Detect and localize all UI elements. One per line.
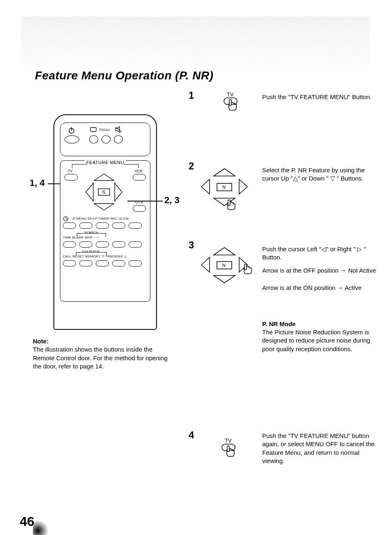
step4-icon: TV (219, 438, 238, 462)
note-text: The illustration shows the buttons insid… (33, 346, 168, 370)
step1-text: Push the "TV FEATURE MENU" Button. (262, 93, 379, 101)
scan-noise (21, 16, 370, 66)
step3-line2: Arrow is at the OFF position → Not Activ… (262, 266, 379, 275)
btn-circle-2 (101, 135, 111, 144)
row3-btn1 (63, 241, 76, 248)
step4-number: 4 (189, 429, 194, 441)
leader-1-4 (48, 183, 60, 184)
mute-icon (115, 126, 123, 133)
step3-line1: Push the cursor Left "◁" or Right " ▷ " … (262, 245, 379, 262)
btn-circle-3 (114, 135, 123, 144)
svg-marker-6 (94, 204, 114, 210)
row3-btn5 (129, 241, 142, 248)
svg-text:TV: TV (227, 91, 234, 97)
step2-icon: N (196, 165, 253, 215)
vcr-menu-button (133, 174, 146, 181)
pnr-heading: P. NR Mode (262, 320, 379, 328)
tv-menu-button (65, 174, 78, 181)
remote-feature-box: FEATURE MENU TV VCR N OTR (60, 160, 150, 302)
row2-btn3 (96, 222, 109, 229)
svg-marker-26 (201, 257, 210, 272)
step1-icon: TV (221, 91, 240, 116)
svg-rect-23 (228, 200, 230, 206)
tv-av-label: TV/AV (99, 128, 110, 132)
step2-number: 2 (189, 160, 194, 172)
row4-counter: COUNTER (78, 250, 104, 253)
step3-line3: Arrow is at the ON position → Active (262, 284, 379, 292)
step1-number: 1 (189, 90, 194, 101)
row4-btn2 (79, 260, 92, 266)
page-title: Feature Menu Operation (P. NR) (35, 69, 214, 82)
svg-rect-30 (244, 264, 247, 270)
note-block: Note: The illustration shows the buttons… (33, 337, 168, 371)
svg-marker-17 (214, 169, 235, 176)
leader-2-3 (127, 201, 163, 201)
vcr-label: VCR (134, 169, 143, 173)
row4-btn3 (96, 260, 109, 266)
callout-2-3: 2, 3 (164, 195, 180, 206)
note-label: Note: (33, 338, 48, 345)
row3-btn3 (96, 241, 109, 248)
row3-labels: TIME BLANK SKIP − + (63, 236, 145, 239)
row2-btn5 (129, 222, 142, 229)
svg-text:N: N (222, 185, 226, 190)
power-icon (68, 126, 75, 134)
svg-marker-5 (94, 174, 114, 181)
row4-labels: CALL RESET MEMORY ▽ TRACKING △ (63, 255, 145, 258)
svg-line-13 (66, 219, 67, 220)
row3-btn2 (79, 241, 92, 248)
row3-btn4 (112, 241, 125, 248)
step2-text: Select the P. NR Feature by using the cu… (262, 166, 379, 183)
remote-top-section: TV/AV (60, 123, 150, 156)
svg-text:TV: TV (225, 438, 232, 444)
otr-button (133, 205, 146, 212)
row4-btn4 (112, 260, 125, 266)
svg-text:N: N (222, 263, 226, 268)
row4-btn5 (129, 260, 142, 266)
svg-text:N: N (102, 190, 105, 195)
callout-1-4: 1, 4 (30, 178, 45, 188)
svg-marker-24 (214, 248, 235, 255)
pnr-text: The Picture Noise Reduction System is de… (262, 328, 379, 353)
step3-icon: N (196, 244, 255, 290)
svg-rect-2 (90, 127, 96, 132)
svg-marker-19 (201, 179, 210, 194)
svg-rect-16 (229, 100, 231, 105)
feature-menu-title: FEATURE MENU (85, 160, 126, 165)
row2-labels: P-MENU SP/LP TIMER-REC SLOW (73, 217, 147, 220)
svg-marker-8 (115, 183, 122, 201)
clock-icon (63, 216, 69, 222)
corner-smudge (33, 521, 49, 535)
tv-label: TV (68, 169, 73, 173)
power-button (65, 135, 79, 144)
step4-text: Push the "TV FEATURE MENU" button again,… (262, 432, 379, 465)
row2-btn2 (79, 222, 92, 229)
svg-marker-25 (214, 276, 235, 283)
svg-marker-7 (86, 183, 93, 201)
row3-search: SEARCH (79, 231, 104, 234)
svg-rect-33 (227, 446, 229, 452)
row4-btn1 (63, 260, 76, 266)
step3-number: 3 (189, 239, 194, 251)
tv-shape-icon (90, 127, 97, 133)
remote-illustration: TV/AV FEATURE MENU TV VCR (53, 114, 157, 330)
row2-btn4 (112, 222, 125, 229)
btn-circle-1 (89, 135, 98, 144)
svg-line-4 (116, 127, 122, 132)
svg-marker-20 (239, 179, 247, 194)
row2-btn1 (63, 222, 76, 229)
dpad: N (83, 171, 125, 213)
page-number: 46 (20, 514, 35, 529)
